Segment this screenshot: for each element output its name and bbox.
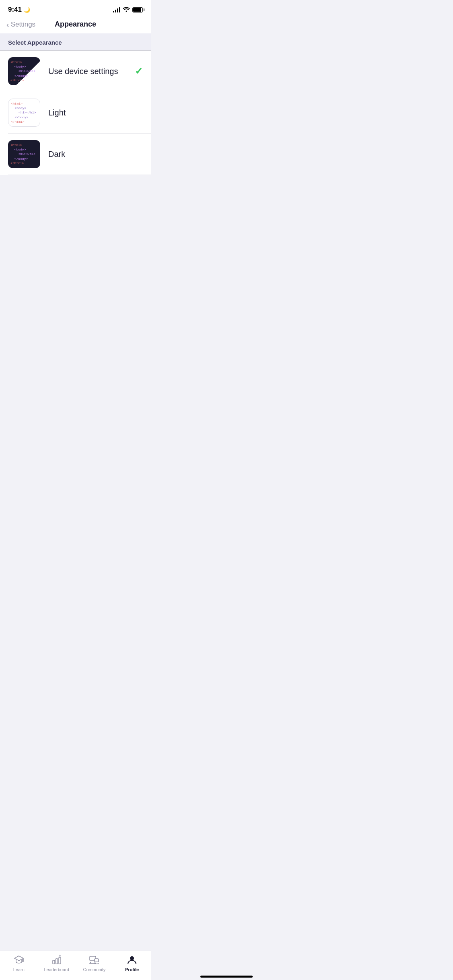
back-label: Settings [11, 21, 35, 29]
option-light[interactable]: <html> <body> <h1></h1> </body> </html> … [0, 92, 151, 133]
option-label-device: Use device settings [48, 67, 135, 76]
scroll-area: Select Appearance <html> <body> <h1></h1… [0, 33, 151, 449]
status-bar: 9:41 🌙 [0, 0, 151, 17]
code-preview-dark: <html> <body> <h1></h1> </body> </html> [8, 140, 40, 168]
checkmark-device: ✓ [135, 66, 143, 77]
section-header: Select Appearance [0, 33, 151, 51]
back-button[interactable]: ‹ Settings [6, 21, 35, 29]
option-device-settings[interactable]: <html> <body> <h1></h1> </body> </html> … [0, 51, 151, 92]
code-preview-light: <html> <body> <h1></h1> </body> </html> [8, 99, 40, 126]
signal-icon [113, 7, 120, 12]
empty-space [0, 175, 151, 416]
section-title: Select Appearance [8, 39, 62, 46]
option-label-light: Light [48, 108, 143, 117]
code-preview-device: <html> <body> <h1></h1> </body> </html> [8, 58, 40, 85]
back-chevron-icon: ‹ [6, 21, 9, 29]
nav-bar: ‹ Settings Appearance [0, 17, 151, 33]
page-title: Appearance [55, 20, 96, 29]
option-dark[interactable]: <html> <body> <h1></h1> </body> </html> … [0, 134, 151, 175]
appearance-options: <html> <body> <h1></h1> </body> </html> … [0, 51, 151, 175]
thumbnail-light: <html> <body> <h1></h1> </body> </html> [8, 99, 40, 127]
thumbnail-dark: <html> <body> <h1></h1> </body> </html> [8, 140, 40, 168]
thumbnail-device: <html> <body> <h1></h1> </body> </html> [8, 57, 40, 85]
wifi-icon [123, 6, 130, 13]
status-icons [113, 6, 143, 13]
battery-icon [132, 7, 143, 12]
moon-icon: 🌙 [24, 7, 30, 13]
option-label-dark: Dark [48, 150, 143, 159]
status-time: 9:41 [8, 6, 22, 14]
